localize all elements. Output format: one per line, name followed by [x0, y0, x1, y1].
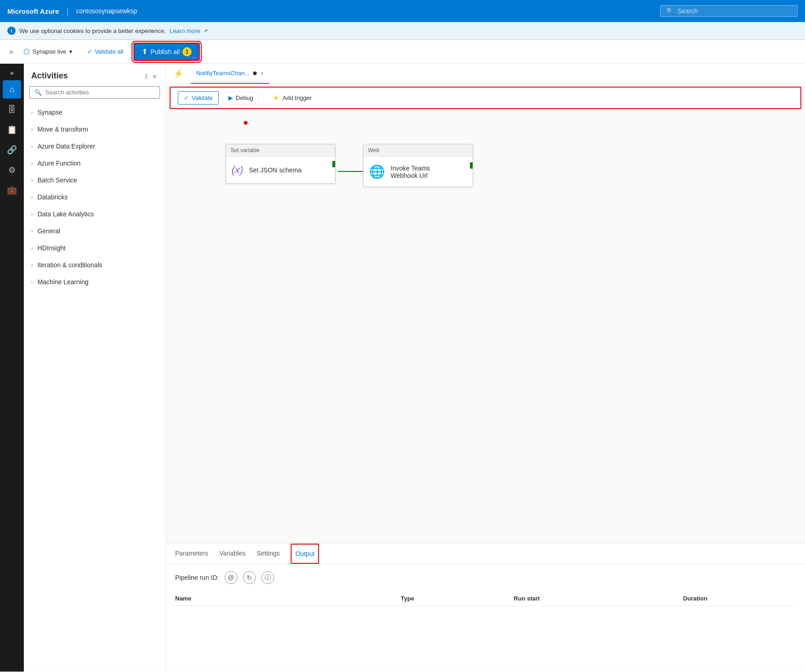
global-search[interactable]: 🔍	[660, 5, 798, 17]
pipeline-run-id-at-icon[interactable]: @	[225, 571, 237, 584]
add-trigger-button[interactable]: ⚡ Add trigger	[267, 92, 317, 104]
activity-label: Azure Data Explorer	[38, 143, 95, 150]
collapse-sidebar-button[interactable]: «	[151, 72, 158, 81]
activity-item-azure-function[interactable]: ›Azure Function	[24, 155, 165, 172]
validate-button[interactable]: ✓ Validate	[178, 91, 219, 105]
web-node[interactable]: Web 🌐 Invoke TeamsWebhook Url	[363, 144, 473, 187]
sidebar-item-manage[interactable]: 💼	[3, 181, 21, 199]
activity-item-machine-learning[interactable]: ›Machine Learning	[24, 274, 165, 291]
validate-all-label: Validate all	[95, 48, 124, 55]
activity-label: HDInsight	[38, 244, 66, 252]
pipeline-tab[interactable]: NotifiyTeamsChan... ×	[191, 64, 269, 84]
node-header-set-variable: Set variable	[226, 144, 335, 157]
chevron-right-icon: ›	[31, 177, 33, 183]
validate-label: Validate	[192, 94, 213, 101]
chevron-right-icon: ›	[31, 110, 33, 115]
activity-item-batch-service[interactable]: ›Batch Service	[24, 172, 165, 189]
validate-all-button[interactable]: ✓ Validate all	[81, 45, 130, 58]
search-activities-input[interactable]	[45, 89, 155, 96]
activity-item-general[interactable]: ›General	[24, 223, 165, 240]
pipeline-run-id-row: Pipeline run ID: @ ↻ ⓘ	[175, 571, 796, 584]
learn-more-link[interactable]: Learn more	[170, 28, 200, 34]
checkmark-icon: ✓	[184, 94, 189, 101]
tab-close-button[interactable]: ×	[260, 71, 263, 76]
activity-item-data-lake-analytics[interactable]: ›Data Lake Analytics	[24, 206, 165, 223]
content-area: Activities ⟨ « 🔍 ›Synapse›Move & transfo…	[24, 64, 805, 672]
briefcase-icon: 💼	[7, 185, 17, 195]
search-icon: 🔍	[34, 89, 42, 96]
tab-output[interactable]: Output	[291, 544, 319, 564]
sidebar-item-monitor[interactable]: ⚙	[3, 161, 21, 179]
synapse-live-button[interactable]: ⬡ Synapse live ▾	[19, 44, 77, 59]
pipeline-tab-label: NotifiyTeamsChan...	[196, 70, 249, 77]
bottom-panel: Parameters Variables Settings Output Pip…	[166, 543, 805, 672]
tab-settings[interactable]: Settings	[257, 544, 280, 564]
play-icon: ▶	[228, 94, 233, 101]
activity-item-synapse[interactable]: ›Synapse	[24, 104, 165, 121]
monitor-icon: ⚙	[8, 165, 16, 175]
checkmark-icon: ✓	[87, 48, 92, 55]
activity-item-databricks[interactable]: ›Databricks	[24, 189, 165, 206]
external-link-icon: ↗	[204, 28, 208, 34]
collapse-icon[interactable]: »	[7, 46, 15, 58]
trigger-icon: ⚡	[272, 94, 280, 101]
chevron-right-icon: ›	[31, 194, 33, 200]
debug-button[interactable]: ▶ Debug	[222, 91, 259, 105]
col-header-duration: Duration	[683, 595, 796, 602]
bottom-tabs: Parameters Variables Settings Output	[166, 544, 805, 564]
activity-item-iteration-and-conditionals[interactable]: ›Iteration & conditionals	[24, 257, 165, 274]
activity-item-azure-data-explorer[interactable]: ›Azure Data Explorer	[24, 138, 165, 155]
col-header-name: Name	[175, 595, 401, 602]
col-header-type: Type	[401, 595, 513, 602]
activity-label: Batch Service	[38, 176, 77, 184]
node-label-web: Invoke TeamsWebhook Url	[391, 165, 430, 179]
publish-all-button[interactable]: ⬆ Publish all 1	[133, 43, 200, 61]
collapse-panel-button[interactable]: ⟨	[143, 72, 149, 81]
pipeline-run-info-icon[interactable]: ⓘ	[261, 571, 274, 584]
activity-label: Move & transform	[38, 126, 88, 133]
chevron-right-icon: ›	[31, 228, 33, 234]
activity-label: Databricks	[38, 193, 68, 201]
chevron-right-icon: ›	[31, 245, 33, 251]
node-body-web: 🌐 Invoke TeamsWebhook Url	[364, 157, 473, 187]
database-icon: 🗄	[8, 105, 16, 115]
pipeline-run-refresh-icon[interactable]: ↻	[243, 571, 256, 584]
globe-icon: 🌐	[369, 164, 385, 179]
home-icon: ⌂	[10, 85, 15, 94]
activity-item-move-and-transform[interactable]: ›Move & transform	[24, 121, 165, 138]
pipeline-tab-bar: ⚡ NotifiyTeamsChan... ×	[166, 64, 805, 84]
sidebar-item-home[interactable]: ⌂	[3, 80, 21, 99]
synapse-live-label: Synapse live	[33, 48, 66, 55]
synapse-icon: ⬡	[23, 47, 30, 56]
top-bar: Microsoft Azure | contososynapsewksp 🔍	[0, 0, 805, 22]
sidebar-item-data[interactable]: 🗄	[3, 100, 21, 119]
sidebar-item-integrate[interactable]: 🔗	[3, 141, 21, 159]
activity-label: General	[38, 227, 61, 235]
chevron-right-icon: ›	[31, 262, 33, 268]
publish-all-label: Publish all	[150, 48, 180, 55]
brand-title: Microsoft Azure	[7, 7, 59, 15]
info-icon: i	[7, 27, 16, 35]
search-activities-box[interactable]: 🔍	[29, 86, 160, 99]
sidebar-expand-icon[interactable]: »	[8, 67, 16, 78]
left-sidebar: » ⌂ 🗄 📋 🔗 ⚙ 💼	[0, 64, 24, 672]
web-output-connector[interactable]	[470, 162, 473, 169]
tab-parameters[interactable]: Parameters	[175, 544, 208, 564]
pipeline-icon: 🔗	[7, 145, 17, 155]
set-variable-node[interactable]: Set variable (x) Set JSON schema	[226, 144, 336, 184]
main-layout: » ⌂ 🗄 📋 🔗 ⚙ 💼 Activities ⟨ «	[0, 64, 805, 672]
node-output-connector[interactable]	[332, 161, 336, 167]
chevron-right-icon: ›	[31, 211, 33, 217]
chevron-right-icon: ›	[31, 160, 33, 166]
tab-variables[interactable]: Variables	[219, 544, 245, 564]
activities-panel: Activities ⟨ « 🔍 ›Synapse›Move & transfo…	[24, 64, 166, 672]
upload-icon: ⬆	[142, 47, 148, 56]
sidebar-item-develop[interactable]: 📋	[3, 121, 21, 139]
pipeline-action-bar: ✓ Validate ▶ Debug ⚡ Add trigger	[170, 87, 801, 109]
bottom-content: Pipeline run ID: @ ↻ ⓘ Name Type Run sta…	[166, 564, 805, 672]
cookie-banner: i We use optional cookies to provide a b…	[0, 22, 805, 40]
activity-label: Azure Function	[38, 160, 81, 167]
activities-title: Activities	[31, 71, 68, 81]
search-input[interactable]	[678, 7, 792, 15]
activity-item-hdinsight[interactable]: ›HDInsight	[24, 240, 165, 257]
